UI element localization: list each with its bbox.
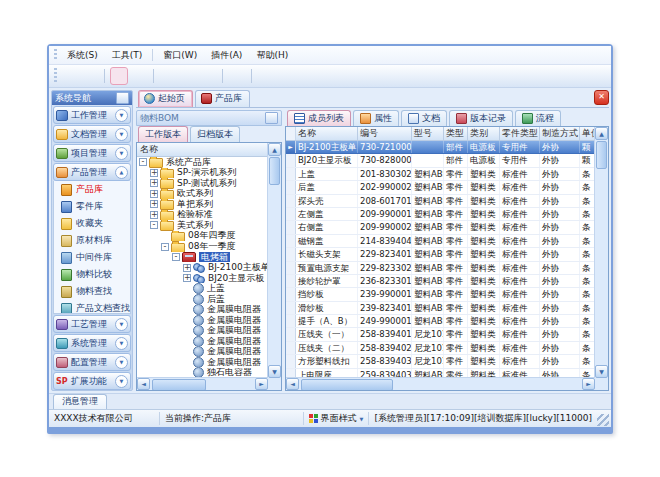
sidebar-item[interactable]: 产品库 bbox=[54, 181, 130, 198]
member-tab[interactable]: 文档 bbox=[401, 110, 447, 126]
member-tab[interactable]: 流程 bbox=[515, 110, 561, 126]
sidebar-item[interactable]: 物料比较 bbox=[54, 266, 130, 283]
sidebar-group[interactable]: 项目管理 bbox=[53, 144, 131, 162]
sidebar-group[interactable]: 配置管理 bbox=[53, 353, 131, 371]
exit-icon[interactable] bbox=[278, 68, 294, 84]
scroll-right-button[interactable]: ► bbox=[255, 378, 268, 390]
tree-item[interactable]: 电烤箱 bbox=[137, 252, 268, 263]
sidebar-group[interactable]: 工作管理 bbox=[53, 106, 131, 124]
table-row[interactable]: 探头壳 208-601701-01I 塑料ABS 零件 塑料类 标准件 外协 条 bbox=[286, 195, 595, 208]
sidebar-group[interactable]: 系统管理 bbox=[53, 334, 131, 352]
expander-icon[interactable] bbox=[172, 253, 180, 261]
doc-delete-icon[interactable] bbox=[200, 68, 216, 84]
sidebar-group[interactable]: 产品管理 bbox=[53, 163, 131, 181]
table-row[interactable]: 后盖 202-990002-01I 塑料ABS 零件 塑料类 标准件 外协 条 bbox=[286, 181, 595, 194]
scroll-left-button[interactable]: ◄ bbox=[137, 378, 150, 390]
table-row[interactable]: 长磁头支架 229-823401-00I 塑料ABS 零件 塑料类 标准件 外协… bbox=[286, 248, 595, 261]
scroll-thumb[interactable] bbox=[152, 379, 206, 391]
menu-item[interactable]: 窗口(W) bbox=[156, 48, 204, 63]
expander-icon[interactable] bbox=[183, 274, 191, 282]
tab-work-version[interactable]: 工作版本 bbox=[138, 126, 188, 142]
window-grid-icon[interactable] bbox=[131, 68, 147, 84]
tree-item[interactable]: 系统产品库 bbox=[137, 157, 268, 168]
tree-item[interactable]: 欧式系列 bbox=[137, 189, 268, 200]
document-tab[interactable]: 产品库 bbox=[195, 90, 250, 107]
scroll-up-button[interactable]: ▲ bbox=[595, 127, 608, 140]
help-icon[interactable] bbox=[229, 68, 245, 84]
tree-item[interactable]: 上盖 bbox=[137, 283, 268, 294]
column-header-unit[interactable]: 单位 bbox=[580, 127, 595, 140]
chevron-icon[interactable] bbox=[115, 147, 128, 160]
member-tab[interactable]: 版本记录 bbox=[449, 110, 513, 126]
folder-open-icon[interactable] bbox=[111, 68, 127, 84]
expander-icon[interactable] bbox=[150, 211, 158, 219]
tree-item[interactable]: 08年一季度 bbox=[137, 241, 268, 252]
table-vertical-scrollbar[interactable]: ▲ ▼ bbox=[594, 127, 608, 378]
doc-export-icon[interactable] bbox=[180, 68, 196, 84]
column-header-type[interactable]: 类型 bbox=[444, 127, 468, 140]
expander-icon[interactable] bbox=[150, 190, 158, 198]
sidebar-item[interactable]: 零件库 bbox=[54, 198, 130, 215]
sidebar-item[interactable]: 原材料库 bbox=[54, 232, 130, 249]
chevron-icon[interactable] bbox=[115, 337, 128, 350]
chevron-icon[interactable] bbox=[115, 375, 128, 388]
expander-icon[interactable] bbox=[150, 221, 158, 229]
tree-item[interactable]: 后盖 bbox=[137, 294, 268, 305]
scroll-up-button[interactable]: ▲ bbox=[268, 143, 281, 156]
close-tab-button[interactable]: ✕ bbox=[594, 90, 609, 105]
tab-message-management[interactable]: 消息管理 bbox=[53, 394, 107, 409]
column-header-name[interactable]: 名称 bbox=[296, 127, 358, 140]
scroll-left-button[interactable]: ◄ bbox=[286, 378, 299, 390]
column-header-code[interactable]: 编号 bbox=[358, 127, 412, 140]
tree-item[interactable]: 单把系列 bbox=[137, 199, 268, 210]
doc-remove-icon[interactable] bbox=[160, 68, 176, 84]
sidebar-item[interactable]: 物料查找 bbox=[54, 283, 130, 300]
expander-icon[interactable] bbox=[150, 169, 158, 177]
tree-item[interactable]: 金属膜电阻器 bbox=[137, 315, 268, 326]
globe-icon[interactable] bbox=[82, 68, 98, 84]
member-tab[interactable]: 属性 bbox=[353, 110, 399, 126]
scroll-right-button[interactable]: ► bbox=[582, 378, 595, 390]
tree-item[interactable]: SP-测试机系列 bbox=[137, 178, 268, 189]
tree-item[interactable]: 金属膜电阻器 bbox=[137, 326, 268, 337]
tree-item[interactable]: 金属膜电阻器 bbox=[137, 357, 268, 368]
table-row[interactable]: 预置电源支架 229-823302-00I 塑料ABS 零件 塑料类 标准件 外… bbox=[286, 262, 595, 275]
expander-icon[interactable] bbox=[150, 200, 158, 208]
tree-item[interactable]: 金属膜电阻器 bbox=[137, 304, 268, 315]
table-row[interactable]: 滑纱板 239-823401-00I 塑料ABS 零件 塑料类 标准件 外协 条 bbox=[286, 302, 595, 315]
scroll-down-button[interactable]: ▼ bbox=[268, 365, 281, 378]
chevron-icon[interactable] bbox=[115, 318, 128, 331]
table-row[interactable]: 左侧盖 209-990001-01I 塑料ABS 零件 塑料类 标准件 外协 条 bbox=[286, 208, 595, 221]
tree-horizontal-scrollbar[interactable]: ◄ ► bbox=[137, 377, 268, 390]
tree-item[interactable]: BJ-2100主板单点 bbox=[137, 262, 268, 273]
table-row[interactable]: 接纱轮护罩 236-823301-00I 塑料ABS 零件 塑料类 标准件 外协… bbox=[286, 275, 595, 288]
expander-icon[interactable] bbox=[183, 264, 191, 272]
scroll-thumb[interactable] bbox=[301, 379, 393, 391]
column-header-mfg[interactable]: 制造方式 bbox=[540, 127, 580, 140]
sidebar-group[interactable]: SP 扩展功能 bbox=[53, 372, 131, 390]
table-row[interactable]: BJ-2100主板单点 730-721000-12I 部件 电源板 专用件 外协… bbox=[286, 141, 595, 154]
table-row[interactable]: 方形塑料线扣 258-839403-00I 尼龙1010 零件 塑料类 标准件 … bbox=[286, 355, 595, 368]
column-header-part-type[interactable]: 零件类型 bbox=[500, 127, 540, 140]
tree-item[interactable]: 金属膜电阻器 bbox=[137, 347, 268, 358]
chevron-icon[interactable] bbox=[115, 109, 128, 122]
chevron-icon[interactable] bbox=[115, 128, 128, 141]
expander-icon[interactable] bbox=[150, 179, 158, 187]
sidebar-group[interactable]: 文档管理 bbox=[53, 125, 131, 143]
table-row[interactable]: 压线夹（一） 258-839401-00I 尼龙1010 零件 塑料类 标准件 … bbox=[286, 328, 595, 341]
pc-icon[interactable] bbox=[62, 68, 78, 84]
member-tab[interactable]: 成员列表 bbox=[287, 110, 351, 126]
tree-item[interactable]: 检验标准 bbox=[137, 210, 268, 221]
menu-item[interactable]: 插件(A) bbox=[204, 48, 249, 63]
lock-icon[interactable] bbox=[258, 68, 274, 84]
scroll-thumb[interactable] bbox=[596, 141, 607, 169]
chevron-icon[interactable] bbox=[115, 166, 128, 179]
table-row[interactable]: BJ20主显示板 730-828000-04I 部件 电源板 专用件 外协 颗 bbox=[286, 154, 595, 167]
tree-column-header[interactable]: 名称 bbox=[137, 143, 268, 157]
sidebar-item[interactable]: 中间件库 bbox=[54, 249, 130, 266]
tree-item[interactable]: SP-演示机系列 bbox=[137, 168, 268, 179]
table-row[interactable]: 右侧盖 209-990002-01I 塑料ABS 零件 塑料类 标准件 外协 条 bbox=[286, 221, 595, 234]
table-horizontal-scrollbar[interactable]: ◄ ► bbox=[286, 377, 595, 390]
tree-item[interactable]: 金属膜电阻器 bbox=[137, 336, 268, 347]
scroll-down-button[interactable]: ▼ bbox=[595, 365, 608, 378]
